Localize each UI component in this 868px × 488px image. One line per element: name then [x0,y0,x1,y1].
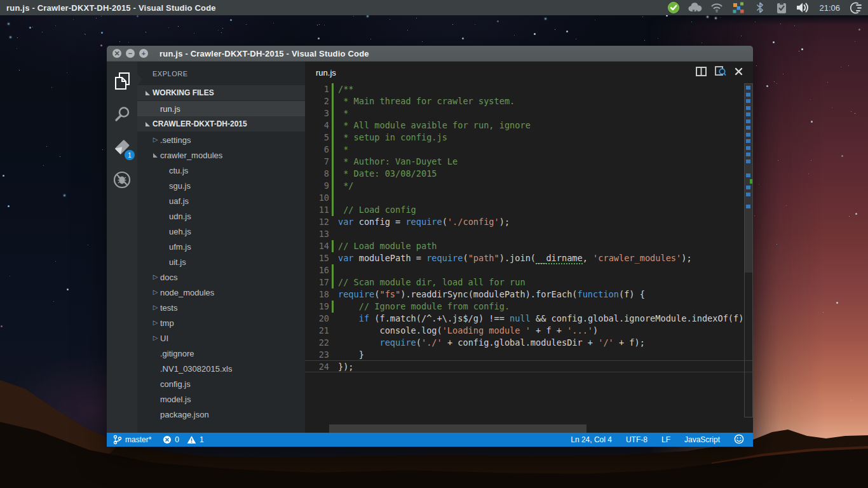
window-titlebar[interactable]: ✕ − + run.js - Crawler-DKXT-DH-2015 - Vi… [107,46,753,62]
eol[interactable]: LF [661,435,670,444]
code-text: * setup in config.js [338,132,753,144]
tree-item-label: tmp [160,318,174,328]
window-title: run.js - Crawler-DKXT-DH-2015 - Visual S… [159,49,369,58]
code-text: var config = require('./config'); [338,216,753,228]
tree-file-item[interactable]: package.json [137,407,305,422]
code-line[interactable]: 20 if (f.match(/^.+\.js$/g) !== null && … [305,313,753,325]
tree-file-item[interactable]: .gitignore [137,346,305,361]
error-count[interactable]: 0 [163,435,179,444]
code-line[interactable]: 6 * [305,144,753,156]
code-line[interactable]: 4 * All module avaible for run, ignore [305,119,753,132]
tree-folder-item[interactable]: ▷tests [137,300,305,315]
tree-folder-item[interactable]: ▷tmp [137,315,305,330]
tree-file-item[interactable]: .NV1_03082015.xls [137,361,305,376]
explorer-icon[interactable] [107,64,137,97]
cloud-sync-icon[interactable] [688,1,702,15]
clipboard-icon[interactable] [775,1,789,15]
code-line[interactable]: 10 [305,192,753,204]
window-maximize-button[interactable]: + [139,49,148,58]
bluetooth-icon[interactable] [753,1,767,15]
code-line[interactable]: 19 // Ignore module from config. [305,301,753,313]
code-line[interactable]: 15var modulePath = require("path").join(… [305,252,753,264]
gutter [329,216,338,228]
tree-file-item[interactable]: uaf.js [137,193,305,208]
tree-item-label: uit.js [169,257,186,267]
window-close-button[interactable]: ✕ [112,49,121,58]
tree-item-label: ueh.js [169,227,191,236]
code-line[interactable]: 8 * Date: 03/08/2015 [305,168,753,180]
tree-file-item[interactable]: uit.js [137,254,305,269]
code-line[interactable]: 11 // Load config [305,204,753,216]
code-line[interactable]: 18require("fs").readdirSync(modulePath).… [305,288,753,301]
preview-icon[interactable] [715,66,726,79]
tree-file-item[interactable]: config.js [137,376,305,391]
code-line[interactable]: 23 } [305,349,753,361]
git-branch-indicator[interactable]: master* [113,435,151,445]
tree-item-label: uaf.js [169,196,189,206]
network-places-icon[interactable] [731,1,745,15]
code-line[interactable]: 24}); [305,360,753,372]
code-line[interactable]: 7 * Author: Van-Duyet Le [305,156,753,168]
working-files-section[interactable]: WORKING FILES [137,85,305,100]
debug-icon[interactable] [107,163,137,196]
git-added-gutter [329,132,338,144]
code-line[interactable]: 14// Load module path [305,240,753,252]
tree-folder-item[interactable]: crawler_modules [137,147,305,163]
tree-file-item[interactable]: sgu.js [137,178,305,193]
session-power-icon[interactable] [849,1,863,15]
code-line[interactable]: 22 require('./' + config.global.modulesD… [305,337,753,349]
tree-folder-item[interactable]: ▷docs [137,269,305,285]
code-line[interactable]: 1/** [305,83,753,95]
warning-count[interactable]: 1 [187,435,204,444]
code-line[interactable]: 3 * [305,107,753,119]
code-line[interactable]: 9 */ [305,180,753,192]
tree-folder-item[interactable]: ▷node_modules [137,285,305,300]
encoding[interactable]: UTF-8 [626,435,648,444]
clock[interactable]: 21:06 [819,3,840,13]
cursor-position[interactable]: Ln 24, Col 4 [571,435,612,444]
tree-file-item[interactable]: ueh.js [137,224,305,239]
code-line[interactable]: 17// Scan module dir, load all for run [305,276,753,288]
working-file-item[interactable]: run.js [137,101,305,116]
horizontal-scrollbar[interactable] [329,424,587,433]
tree-folder-item[interactable]: ▷UI [137,330,305,346]
code-text: // Load module path [338,240,753,252]
git-icon[interactable]: 1 [107,130,137,163]
overview-ruler[interactable] [744,83,753,417]
status-check-icon[interactable] [667,1,681,15]
feedback-smiley-icon[interactable] [734,434,744,446]
line-number: 2 [305,95,329,107]
split-editor-icon[interactable] [696,67,707,79]
git-added-gutter [329,180,338,192]
language-mode[interactable]: JavaScript [684,435,720,444]
editor[interactable]: run.js 1/**2 * Main thread for crawler s… [305,62,753,433]
tree-folder-item[interactable]: ▷.settings [137,132,305,147]
line-number: 14 [305,240,329,252]
git-added-gutter [329,240,338,252]
code-line[interactable]: 5 * setup in config.js [305,132,753,144]
code-area[interactable]: 1/**2 * Main thread for crawler system.3… [305,83,753,372]
gutter [329,288,338,301]
code-line[interactable]: 21 console.log('Loading module ' + f + '… [305,325,753,337]
line-number: 13 [305,228,329,240]
tree-file-item[interactable]: ufm.js [137,239,305,254]
line-number: 12 [305,216,329,228]
project-section[interactable]: CRAWLER-DKXT-DH-2015 [137,116,305,132]
tree-item-label: crawler_modules [160,151,222,160]
tree-file-item[interactable]: model.js [137,391,305,407]
git-added-gutter [329,264,338,276]
tree-item-label: node_modules [160,288,214,297]
close-editor-icon[interactable] [735,67,743,78]
status-bar: master* 0 1 Ln 24, Col 4 UTF-8 LF JavaSc… [107,433,753,447]
code-line[interactable]: 2 * Main thread for crawler system. [305,95,753,107]
tree-file-item[interactable]: ctu.js [137,163,305,178]
code-line[interactable]: 16 [305,264,753,276]
window-minimize-button[interactable]: − [126,49,135,58]
tree-file-item[interactable]: udn.js [137,208,305,224]
volume-icon[interactable] [796,1,810,15]
code-line[interactable]: 12var config = require('./config'); [305,216,753,228]
code-text: */ [338,180,753,192]
wifi-icon[interactable] [710,1,724,15]
search-icon[interactable] [107,97,137,130]
code-line[interactable]: 13 [305,228,753,240]
